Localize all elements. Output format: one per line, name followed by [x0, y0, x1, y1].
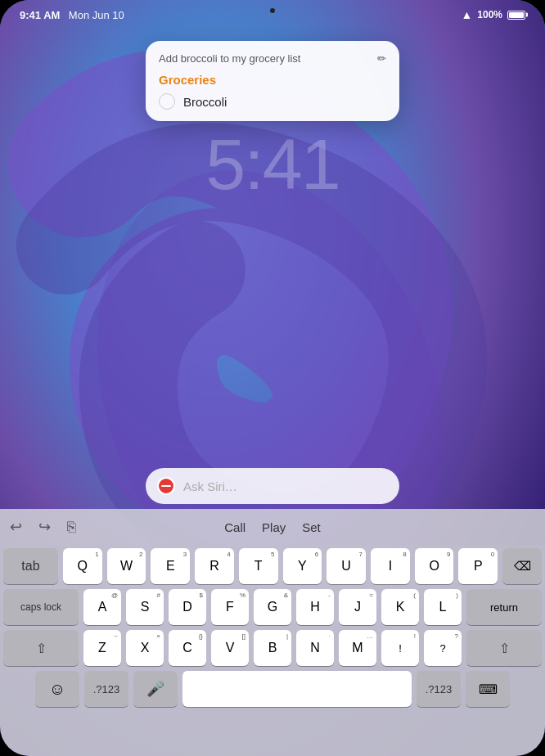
copy-icon: ⎘: [67, 519, 76, 536]
battery-percent: 100%: [477, 9, 502, 20]
key-s[interactable]: # S: [126, 589, 164, 625]
key-h[interactable]: - H: [296, 589, 334, 625]
notification-card[interactable]: Add broccoli to my grocery list ✏ Grocer…: [146, 41, 399, 121]
notif-title: Add broccoli to my grocery list: [159, 52, 374, 65]
key-m[interactable]: … M: [339, 630, 376, 666]
notif-header: Add broccoli to my grocery list ✏: [159, 52, 386, 65]
notif-list-name: Groceries: [159, 73, 386, 87]
camera-dot: [270, 8, 275, 13]
status-time: 9:41 AM: [20, 9, 60, 21]
ipad-frame: 9:41 AM Mon Jun 10 ▲ 100% Add broccoli t…: [0, 0, 545, 756]
key-p[interactable]: 0 P: [458, 548, 498, 584]
mic-key[interactable]: 🎤: [133, 671, 178, 707]
key-k[interactable]: ( K: [381, 589, 419, 625]
key-j[interactable]: = J: [339, 589, 376, 625]
status-date: Mon Jun 10: [69, 9, 124, 21]
keyboard-icon-key[interactable]: ⌨: [466, 671, 510, 707]
key-b[interactable]: | B: [254, 630, 291, 666]
suggestion-words: Call Play Set: [224, 520, 321, 534]
edit-icon[interactable]: ✏: [377, 52, 386, 65]
key-exclaim[interactable]: ! !: [381, 630, 419, 666]
undo-button[interactable]: ↩: [10, 518, 22, 536]
key-l[interactable]: ) L: [424, 589, 462, 625]
shift-left-key[interactable]: ⇧: [3, 630, 79, 666]
suggestion-bar-left: ↩ ↪ ⎘: [10, 518, 76, 536]
key-question[interactable]: ? ?: [424, 630, 462, 666]
suggestion-set[interactable]: Set: [302, 520, 321, 534]
suggestion-call[interactable]: Call: [224, 520, 245, 534]
key-t[interactable]: 5 T: [239, 548, 278, 584]
emoji-icon: ☺: [49, 680, 65, 699]
num-toggle-right-key[interactable]: .?123: [417, 671, 461, 707]
suggestion-play[interactable]: Play: [262, 520, 286, 534]
key-y[interactable]: 6 Y: [283, 548, 322, 584]
keyboard-row-3: ⇧ ~ Z × X {} C [] V | B ·: [3, 630, 542, 666]
undo-icon: ↩: [10, 518, 22, 536]
num-toggle-left-label: .?123: [93, 683, 120, 695]
key-i[interactable]: 8 I: [371, 548, 410, 584]
key-r[interactable]: 4 R: [195, 548, 234, 584]
delete-key[interactable]: ⌫: [502, 548, 542, 584]
key-w[interactable]: 2 W: [107, 548, 146, 584]
lock-time: 5:41: [205, 123, 339, 206]
key-n[interactable]: · N: [296, 630, 334, 666]
key-d[interactable]: $ D: [169, 589, 206, 625]
key-z[interactable]: ~ Z: [83, 630, 121, 666]
battery-icon: [507, 11, 525, 20]
keyboard-row-1: tab 1 Q 2 W 3 E 4 R 5 T 6: [3, 548, 542, 584]
key-x[interactable]: × X: [126, 630, 164, 666]
key-a[interactable]: @ A: [83, 589, 121, 625]
wifi-icon: ▲: [461, 8, 472, 21]
key-g[interactable]: & G: [254, 589, 291, 625]
status-time-date: 9:41 AM Mon Jun 10: [20, 7, 124, 22]
shift-right-key[interactable]: ⇧: [466, 630, 542, 666]
siri-no-entry-icon: [157, 477, 175, 495]
notif-item-name: Broccoli: [183, 95, 227, 109]
key-q[interactable]: 1 Q: [63, 548, 102, 584]
mic-icon: 🎤: [146, 680, 164, 698]
num-toggle-right-label: .?123: [426, 683, 453, 695]
num-toggle-left-key[interactable]: .?123: [84, 671, 128, 707]
notif-item-row: Broccoli: [159, 93, 386, 110]
caps-lock-key[interactable]: caps lock: [3, 589, 79, 625]
keyboard: tab 1 Q 2 W 3 E 4 R 5 T 6: [0, 545, 545, 756]
key-u[interactable]: 7 U: [327, 548, 366, 584]
status-right: ▲ 100%: [461, 8, 525, 21]
key-v[interactable]: [] V: [211, 630, 249, 666]
keyboard-icon: ⌨: [479, 682, 498, 697]
key-f[interactable]: % F: [211, 589, 249, 625]
redo-icon: ↪: [38, 518, 51, 536]
tab-key[interactable]: tab: [3, 548, 58, 584]
keyboard-row-2: caps lock @ A # S $ D % F & G: [3, 589, 542, 625]
siri-bar[interactable]: Ask Siri…: [146, 468, 399, 504]
key-c[interactable]: {} C: [169, 630, 206, 666]
siri-placeholder: Ask Siri…: [183, 479, 237, 493]
status-bar: 9:41 AM Mon Jun 10 ▲ 100%: [0, 0, 545, 29]
emoji-key[interactable]: ☺: [35, 671, 79, 707]
notif-checkbox[interactable]: [159, 93, 175, 110]
suggestion-bar: ↩ ↪ ⎘ Call Play Set: [0, 509, 545, 545]
copy-button[interactable]: ⎘: [67, 519, 76, 536]
space-key[interactable]: [182, 671, 412, 707]
redo-button[interactable]: ↪: [38, 518, 51, 536]
keyboard-bottom-row: ☺ .?123 🎤 .?123 ⌨: [3, 671, 542, 707]
key-o[interactable]: 9 O: [415, 548, 454, 584]
return-key[interactable]: return: [466, 589, 542, 625]
key-e[interactable]: 3 E: [151, 548, 190, 584]
